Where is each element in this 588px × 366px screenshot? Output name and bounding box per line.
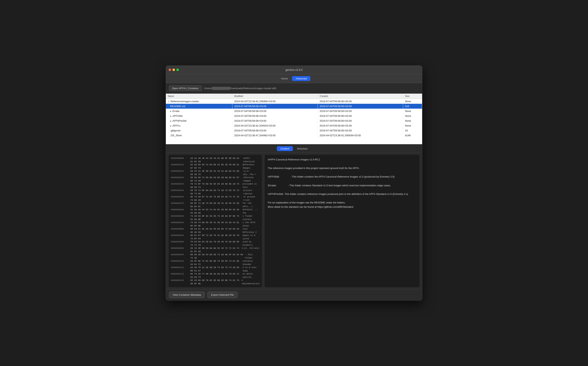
hex-addr: 00000000A0 bbox=[171, 221, 188, 227]
table-row[interactable]: ▶ AFF4Std2019-07-04T09:58:06+03:002019-0… bbox=[166, 114, 422, 118]
hex-bytes: 65 66 65 72 65 6E 63 65 20 69 6D 61 67 6… bbox=[190, 176, 241, 183]
file-created: 2019-07-04T09:58:06+03:00 bbox=[317, 104, 403, 109]
file-table: Name Modified Created Size ▼ ReferenceIm… bbox=[166, 94, 422, 138]
hex-bytes: 6D 61 67 65 73 20 76 31 2E 30 20 28 70 7… bbox=[190, 234, 241, 240]
file-size: None bbox=[403, 118, 422, 123]
hex-line: 000000000023 41 46 46 34 20 43 61 6E 6F … bbox=[171, 157, 260, 163]
hex-addr: 0000000080 bbox=[171, 208, 188, 214]
hex-line: 000000011064 20 76 31 2E 30 20 74 65 73 … bbox=[171, 266, 260, 272]
export-selected-button[interactable]: Export Selected File bbox=[207, 292, 237, 298]
file-table-container: Name Modified Created Size ▼ ReferenceIm… bbox=[166, 94, 422, 144]
hex-bytes: 20 76 31 2E 30 2D 52 43 31 0A 0A 54 68 6… bbox=[190, 170, 241, 176]
hex-ascii: nt ground truth bbox=[243, 195, 260, 202]
hex-ascii: d v1.0 test imag bbox=[243, 266, 260, 272]
hex-ascii: contains Standar bbox=[243, 259, 260, 266]
table-row[interactable]: ▼ ReferenceImages-master2024-04-02T23:38… bbox=[166, 99, 422, 104]
table-row[interactable]: README.md2019-07-04T09:58:06+03:002019-0… bbox=[166, 104, 422, 109]
hex-line: 000000002020 76 31 2E 30 2D 52 43 31 0A … bbox=[171, 170, 260, 176]
toggle-icon[interactable]: ▶ bbox=[170, 120, 172, 122]
titlebar: gemino v2.9.0 bbox=[166, 66, 422, 74]
toggle-icon[interactable]: ▼ bbox=[168, 100, 170, 103]
toolbar: Open AFF4-L Container /Users/██████████D… bbox=[166, 83, 422, 94]
open-container-button[interactable]: Open AFF4-L Container bbox=[169, 85, 202, 91]
file-created: 2019-07-04T09:58:06+03:00 bbox=[317, 123, 403, 128]
file-path-redacted: ██████████ bbox=[212, 87, 230, 90]
minimize-button[interactable] bbox=[172, 69, 175, 71]
file-created: 2019-07-04T09:58:06+03:00 bbox=[317, 128, 403, 133]
file-modified: 2024-04-02T23:38:47.264992+03:00 bbox=[232, 133, 317, 138]
bottom-panel: Content Metadata 000000000023 41 46 46 3… bbox=[166, 144, 422, 300]
file-modified: 2024-04-02T23:38:42.204543+03:00 bbox=[232, 123, 317, 128]
nav-home[interactable]: Home bbox=[278, 76, 292, 81]
toggle-icon[interactable]: ▶ bbox=[170, 110, 172, 112]
hex-addr: 00000000D0 bbox=[171, 240, 188, 247]
hex-bytes: 65 20 69 6D 70 6C 65 6D 65 6E 74 61 74 6… bbox=[190, 279, 240, 285]
file-size: None bbox=[403, 99, 422, 104]
file-name: AFF4Std bbox=[172, 114, 182, 117]
hex-addr: 00000000F0 bbox=[171, 253, 188, 259]
hex-line: 00000000C06D 61 67 65 73 20 76 31 2E 30 … bbox=[171, 234, 260, 240]
hex-bytes: 23 41 46 46 34 20 43 61 6E 6F 6E 69 63 6… bbox=[190, 157, 241, 163]
hex-addr: 0000000060 bbox=[171, 195, 188, 202]
file-size: 10 bbox=[403, 128, 422, 133]
col-modified: Modified bbox=[232, 94, 317, 99]
hex-ascii: project represe bbox=[243, 189, 260, 195]
hex-bytes: 75 63 65 64 20 62 79 20 45 76 69 6D 65 7… bbox=[190, 240, 241, 247]
text-panel: #AFF4 Canonical Reference Images v1.0-RC… bbox=[265, 155, 419, 287]
hex-line: 000000008041 46 46 34 53 74 64 5C 20 09 … bbox=[171, 208, 260, 214]
hex-addr: 00000000C0 bbox=[171, 234, 188, 240]
hex-ascii: 3.0)..\Errata\ bbox=[242, 247, 260, 253]
tab-metadata[interactable]: Metadata bbox=[294, 146, 311, 151]
hex-line: 000000005020 70 72 6F 6A 65 63 74 20 72 … bbox=[171, 189, 260, 195]
hex-addr: 0000000020 bbox=[171, 170, 188, 176]
hex-line: 00000000E020 33 2E 30 29 0A 0A 5C 45 72 … bbox=[171, 247, 260, 253]
hex-line: 00000000A073 20 74 68 65 20 41 46 46 34 … bbox=[171, 221, 260, 227]
hex-addr: 0000000030 bbox=[171, 176, 188, 183]
toggle-icon[interactable]: ▶ bbox=[170, 125, 172, 127]
file-name: Errata bbox=[172, 110, 179, 113]
file-name: AFF4PreStd bbox=[172, 119, 186, 122]
table-row[interactable]: .DS_Store2024-04-02T23:38:47.264992+03:0… bbox=[166, 133, 422, 138]
hex-bytes: 6E 74 20 67 72 6F 75 6E 64 20 74 72 75 7… bbox=[190, 195, 241, 202]
hex-bytes: 66 6F 72 20 74 68 65 20 41 46 46 34 2E 0… bbox=[190, 202, 241, 208]
hex-ascii: AFF4Std\ ..- Thi bbox=[243, 208, 260, 214]
file-path-prefix: /Users/ bbox=[204, 87, 212, 90]
file-modified: 2019-07-04T09:58:06+03:00 bbox=[232, 104, 317, 109]
file-modified: 2019-07-04T09:58:06+03:00 bbox=[232, 114, 317, 118]
hex-bytes: 70 72 6F 76 69 64 65 64 20 69 6E 20 74 6… bbox=[190, 183, 241, 189]
table-row[interactable]: ▶ Errata2019-07-04T09:58:06+03:002019-07… bbox=[166, 109, 422, 114]
file-name: AFF4-L bbox=[172, 124, 181, 127]
hex-ascii: s the AFF4 Canon bbox=[243, 221, 260, 227]
hex-bytes: 41 46 46 34 53 74 64 5C 20 09 09 2D 20 5… bbox=[190, 208, 241, 214]
hex-bytes: 69 63 61 6C 20 52 65 66 65 72 65 6E 63 6… bbox=[190, 227, 241, 234]
col-name: Name bbox=[166, 94, 232, 99]
view-metadata-button[interactable]: View Container Metadata bbox=[169, 292, 205, 298]
file-created: 2019-07-04T09:58:06+03:00 bbox=[317, 99, 403, 104]
fullscreen-button[interactable] bbox=[176, 69, 179, 71]
content-area: 000000000023 41 46 46 34 20 43 61 6E 6F … bbox=[166, 153, 422, 289]
file-size: None bbox=[403, 114, 422, 118]
hex-ascii: - This folder bbox=[245, 253, 260, 259]
table-row[interactable]: .gitignore2019-07-04T09:58:06+03:002019-… bbox=[166, 128, 422, 133]
hex-addr: 00000000B0 bbox=[171, 227, 188, 234]
nav-advanced[interactable]: Advanced bbox=[292, 76, 310, 81]
hex-bytes: 20 33 2E 30 29 0A 0A 5C 45 72 72 61 74 6… bbox=[190, 247, 240, 253]
hex-bytes: 63 6F 6E 74 61 69 6E 73 20 53 74 61 6E 6… bbox=[190, 259, 241, 266]
nav-bar: Home Advanced bbox=[166, 74, 422, 83]
hex-line: 000000003065 66 65 72 65 6E 63 65 20 69 … bbox=[171, 176, 260, 183]
hex-bytes: 73 20 66 6F 6C 64 65 72 20 63 6F 6E 74 6… bbox=[190, 214, 241, 221]
hex-ascii: provided in this bbox=[243, 183, 260, 189]
hex-ascii: s folder contain bbox=[243, 214, 260, 221]
tab-content[interactable]: Content bbox=[277, 146, 293, 151]
hex-addr: 0000000010 bbox=[171, 163, 188, 170]
close-button[interactable] bbox=[169, 69, 171, 71]
hex-ascii: v1.0-RC1..The r bbox=[243, 170, 260, 176]
toggle-icon[interactable]: ▶ bbox=[170, 115, 172, 117]
file-path: /Users/██████████Downloads/ReferenceImag… bbox=[204, 87, 276, 90]
hex-line: 00000000606E 74 20 67 72 6F 75 6E 64 20 … bbox=[171, 195, 260, 202]
app-window: gemino v2.9.0 Home Advanced Open AFF4-L … bbox=[166, 65, 422, 301]
hex-line: 00000000B069 63 61 6C 20 52 65 66 65 72 … bbox=[171, 227, 260, 234]
hex-addr: 0000000120 bbox=[171, 272, 188, 279]
table-row[interactable]: ▶ AFF4-L2024-04-02T23:38:42.204543+03:00… bbox=[166, 123, 422, 128]
table-row[interactable]: ▶ AFF4PreStd2019-07-04T09:58:06+03:00201… bbox=[166, 118, 422, 123]
